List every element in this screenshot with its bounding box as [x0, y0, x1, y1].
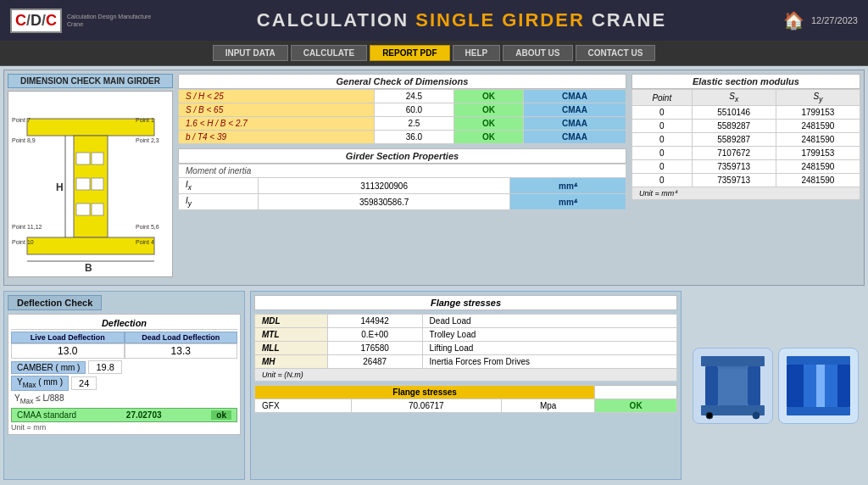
svg-text:Point 1: Point 1	[136, 117, 154, 123]
deflection-table-title: Deflection	[11, 317, 237, 330]
elastic-modulus-panel: Elastic section modulus Point Sx Sy 0551…	[632, 74, 860, 282]
elastic-modulus-title: Elastic section modulus	[632, 74, 860, 89]
svg-rect-33	[804, 365, 816, 407]
dead-load-value: 13.3	[125, 343, 238, 359]
svg-rect-24	[705, 366, 718, 405]
svg-rect-5	[76, 178, 90, 190]
general-check-table: S / H < 25 24.5 OK CMAA S / B < 65 60.0 …	[178, 89, 626, 144]
flange-stresses-panel: Flange stresses MDL 144942 Dead Load MTL…	[250, 291, 682, 480]
svg-rect-32	[787, 365, 804, 407]
crane-image-left	[693, 348, 773, 424]
svg-rect-28	[718, 369, 748, 405]
svg-text:Point 10: Point 10	[12, 239, 34, 245]
nav-contact-us[interactable]: CONTACT US	[576, 45, 656, 61]
svg-rect-29	[787, 356, 850, 365]
camber-label: CAMBER ( mm )	[11, 361, 86, 374]
svg-text:Point 7: Point 7	[12, 117, 31, 123]
home-icon[interactable]: 🏠	[783, 10, 804, 31]
svg-text:Point 4: Point 4	[136, 239, 154, 245]
deflection-formula: YMax ≤ L/888	[11, 393, 237, 406]
svg-rect-4	[92, 153, 103, 164]
crane-images-panel	[687, 291, 865, 480]
nav-bar: INPUT DATA CALCULATE REPORT PDF HELP ABO…	[0, 41, 868, 66]
svg-rect-31	[787, 407, 850, 415]
ok-badge: ok	[211, 410, 231, 420]
svg-text:Point 11,12: Point 11,12	[12, 224, 42, 230]
general-check-section: General Check of Dimensions S / H < 25 2…	[178, 74, 626, 144]
flange-result-table: Flange stresses GFX 70.06717 Mpa OK	[254, 385, 677, 413]
svg-rect-21	[701, 356, 765, 366]
nav-about-us[interactable]: ABOUT US	[503, 45, 572, 61]
svg-text:H: H	[56, 181, 64, 193]
girder-section-props: Girder Section Properties Moment of iner…	[178, 148, 626, 210]
svg-rect-7	[76, 203, 90, 215]
svg-text:Point 5,6: Point 5,6	[136, 224, 159, 230]
svg-rect-35	[825, 365, 837, 407]
live-load-value: 13.0	[11, 343, 125, 359]
svg-text:B: B	[85, 262, 92, 274]
svg-text:Point 8,9: Point 8,9	[12, 137, 36, 143]
nav-input-data[interactable]: INPUT DATA	[213, 45, 288, 61]
flange-table: MDL 144942 Dead Load MTL 0.E+00 Trolley …	[254, 314, 677, 382]
svg-text:Point 2,3: Point 2,3	[136, 137, 159, 143]
camber-value: 19.8	[88, 360, 121, 374]
nav-report-pdf[interactable]: REPORT PDF	[370, 45, 449, 61]
svg-rect-8	[92, 203, 103, 215]
elastic-modulus-table: Point Sx Sy 055101461799153 055892872481…	[632, 89, 860, 200]
svg-rect-3	[76, 153, 90, 164]
svg-rect-6	[92, 178, 103, 190]
left-diagram-panel: DIMENSION CHECK MAIN GIRDER	[8, 74, 173, 282]
logo-area: C/D/C Calculation Design Manufacture Cra…	[10, 8, 167, 33]
svg-rect-25	[748, 366, 760, 405]
section-props-table: Moment of inertia Ix 3113200906 mm⁴ Iy 3…	[178, 164, 626, 210]
section-props-title: Girder Section Properties	[178, 148, 626, 164]
ymax-value: 24	[71, 376, 97, 390]
general-check-title: General Check of Dimensions	[178, 74, 626, 89]
crane-image-right	[778, 348, 859, 424]
svg-rect-36	[837, 365, 850, 407]
deflection-unit: Unit = mm	[11, 423, 237, 432]
dead-load-col-header: Dead Load Deflection	[125, 332, 238, 343]
girder-diagram: H B Point 7 Point 1 Point 8,9 Point 2,3 …	[8, 91, 173, 277]
deflection-check-header: Deflection Check	[8, 295, 102, 310]
nav-help[interactable]: HELP	[453, 45, 501, 61]
svg-rect-34	[816, 365, 825, 407]
deflection-check-panel: Deflection Check Deflection Live Load De…	[3, 291, 245, 480]
svg-point-27	[753, 412, 760, 419]
cmaa-standard-row: CMAA standard 27.02703 ok	[11, 408, 237, 422]
nav-calculate[interactable]: CALCULATE	[291, 45, 367, 61]
dimension-check-header: DIMENSION CHECK MAIN GIRDER	[8, 74, 173, 88]
flange-stresses-title: Flange stresses	[254, 295, 677, 310]
logo-text: Calculation Design Manufacture Crane	[67, 13, 167, 28]
ymax-label: YMax ( mm )	[11, 376, 69, 391]
live-load-col-header: Live Load Deflection	[11, 332, 125, 343]
page-title: CALCULATION SINGLE GIRDER CRANE	[257, 9, 666, 31]
date-display: 12/27/2023	[811, 15, 858, 25]
svg-point-26	[706, 412, 713, 419]
